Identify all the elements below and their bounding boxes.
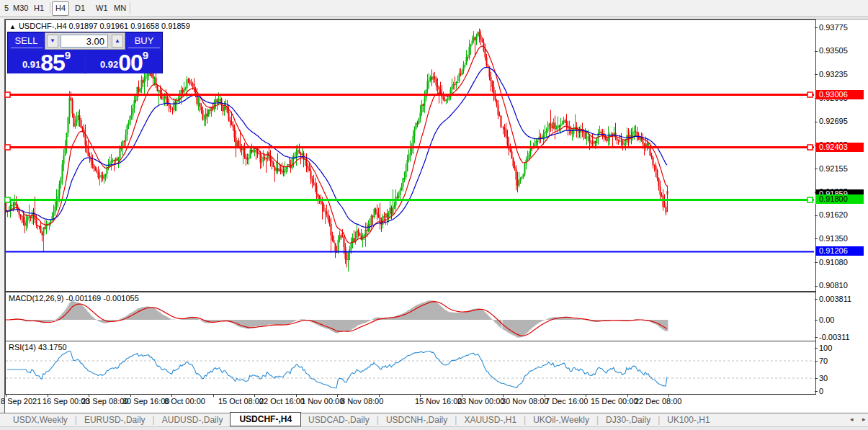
time-tick-label: 22 Dec 08:00 [635,397,681,406]
chart-tab-usdcad-daily[interactable]: USDCAD-,Daily [301,414,377,426]
sell-underline [11,48,42,48]
one-click-trading-panel: SELL ▼ ▲ BUY 0.91 85 9 0.92 00 9 [7,32,163,73]
bid-big-digits: 85 [40,53,65,72]
price-tick-mark [815,169,818,169]
time-tick-mark [668,394,669,397]
price-tick-label: 0.90810 [819,281,848,290]
macd-axis-label: 0.00 [819,315,834,324]
price-tick-mark [815,238,818,239]
rsi-axis-label: 100 [819,344,832,352]
volume-input[interactable] [61,35,108,48]
bid-pipette: 9 [65,49,71,61]
chart-tab-uk100-h1[interactable]: UK100-,H1 [660,414,717,426]
time-tick-mark [586,394,586,397]
tab-scroll-right-icon[interactable]: ▸ [862,416,866,423]
time-tick-label: 15 Nov 16:00 [415,397,462,406]
ma-fast-line [6,46,667,243]
line-handle [807,197,813,202]
macd-axis-label-tick [815,337,818,338]
time-tick-mark [213,394,214,397]
time-tick-label: 15 Dec 00:00 [591,397,637,406]
chart-tab-usdx-weekly[interactable]: USDX,Weekly [6,414,75,426]
time-tick-mark [130,394,131,397]
price-badge-0.91800: 0.91800 [815,194,864,204]
rsi-axis-label-tick [815,378,818,379]
price-tick-mark [815,51,818,52]
price-badge-0.91206: 0.91206 [815,246,864,256]
price-tick-mark [815,262,818,263]
time-tick-mark [337,394,338,397]
ask-quote[interactable]: 0.92 00 9 [86,50,162,73]
macd-axis-label-tick [815,299,818,300]
macd-axis-label: -0.00311 [819,333,850,341]
volume-down-button[interactable]: ▼ [47,35,58,48]
time-tick-label: 1 Nov 00:00 [301,397,344,406]
rsi-axis-label-tick [815,391,818,392]
rsi-axis-label: 70 [819,357,828,365]
line-handle [5,197,10,202]
rsi-plot [6,351,814,388]
chart-tab-eurusd-daily[interactable]: EURUSD-,Daily [77,414,153,426]
bid-prefix: 0.91 [22,59,40,70]
time-tick-label: 7 Dec 16:00 [545,397,588,406]
rsi-axis-label: 0 [819,387,823,395]
price-tick-mark [815,74,818,75]
chart-tab-ukoil-weekly[interactable]: UKOil-,Weekly [526,414,596,426]
time-tick-mark [48,394,48,397]
time-tick-mark [420,394,421,397]
chart-symbol-label: USDCHF-,H4 [19,22,67,30]
macd-axis-label-tick [815,320,818,321]
price-tick-label: 0.93505 [819,46,848,55]
line-handle [807,92,813,97]
price-badge-0.93006: 0.93006 [815,90,864,99]
price-tick-label: 0.92155 [819,164,848,173]
rsi-axis-label-tick [815,361,818,362]
price-tick-label: 0.91620 [819,210,848,219]
oneclick-collapse-icon[interactable]: ▲ [9,23,16,30]
price-tick-label: 0.91080 [819,258,848,266]
time-tick-label: 23 Sep 08:00 [81,397,128,406]
price-tick-label: 0.93775 [819,23,848,32]
chart-tab-xauusd-h1[interactable]: XAUUSD-,H1 [457,414,524,426]
rsi-line [7,351,667,388]
mt4-window: 5M30H1H4D1W1MN ▲USDCHF-,H4 0.91897 0.919… [0,0,868,430]
ask-pipette: 9 [143,49,148,61]
time-tick-mark [379,394,380,397]
buy-button[interactable]: BUY [126,33,162,49]
rsi-axis-label-tick [815,348,818,349]
chart-tab-usdchf-h4[interactable]: USDCHF-,H4 [230,412,301,426]
time-tick-mark [254,394,255,397]
chart-tab-dj30-daily[interactable]: DJ30-,Daily [599,414,658,426]
price-tick-label: 0.93235 [819,70,848,79]
line-handle [807,145,813,150]
time-tick-mark [89,394,89,397]
bid-quote[interactable]: 0.91 85 9 [9,50,84,73]
chart-tab-usdcnh-daily[interactable]: USDCNH-,Daily [379,414,455,426]
status-strip [0,426,868,430]
chart-title: ▲USDCHF-,H4 0.91897 0.91961 0.91658 0.91… [9,22,190,30]
time-tick-mark [462,394,462,397]
time-tick-label: 8 Oct 00:00 [164,397,205,406]
buy-underline [128,48,160,48]
price-tick-mark [815,286,818,287]
ask-big-digits: 00 [118,53,143,72]
volume-up-button[interactable]: ▲ [112,35,123,48]
chart-tab-audusd-daily[interactable]: AUDUSD-,Daily [155,414,231,426]
sell-button[interactable]: SELL [9,33,44,49]
price-tick-mark [815,27,818,28]
chart-ohlc-values: 0.91897 0.91961 0.91658 0.91859 [69,22,190,30]
rsi-axis-label: 30 [819,374,828,382]
time-tick-label: 22 Oct 16:00 [259,397,305,406]
time-tick-mark [296,394,297,397]
time-tick-label: 30 Nov 08:00 [501,397,548,406]
price-tick-label: 0.91350 [819,234,848,243]
line-handle [5,92,10,97]
time-tick-mark [171,394,172,397]
time-tick-label: 8 Sep 2021 [1,397,41,406]
time-tick-label: 8 Nov 08:00 [341,397,383,406]
tab-scroll-left-icon[interactable]: ◂ [850,416,854,423]
macd-label: MACD(12,26,9) -0.001169 -0.001055 [9,294,139,303]
volume-stepper: ▼ ▲ [45,32,125,50]
line-handle [5,145,10,150]
ask-prefix: 0.92 [100,59,118,70]
